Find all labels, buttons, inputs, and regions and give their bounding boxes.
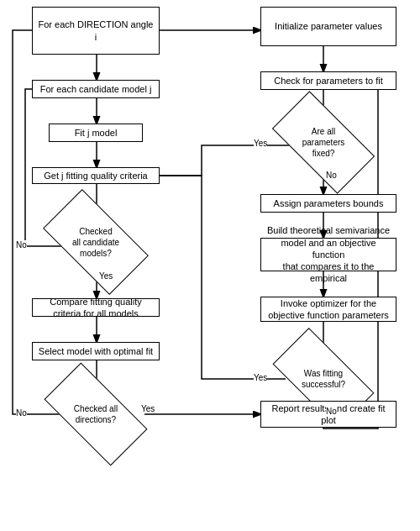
fit-model-box: Fit j model xyxy=(49,124,143,142)
flowchart: For each DIRECTION angle i For each cand… xyxy=(0,0,420,531)
no-label-checked-directions: No xyxy=(16,408,27,418)
was-fitting-diamond: Was fitting successful? xyxy=(277,353,370,404)
invoke-optimizer-box: Invoke optimizer for the objective funct… xyxy=(260,297,396,322)
no-label-are-all-fixed: No xyxy=(326,171,337,180)
direction-angle-box: For each DIRECTION angle i xyxy=(32,7,160,55)
check-params-box: Check for parameters to fit xyxy=(260,71,396,90)
initialize-box: Initialize parameter values xyxy=(260,7,396,46)
yes-label-checked-directions: Yes xyxy=(141,404,155,413)
checked-directions-diamond: Checked all directions? xyxy=(49,388,143,440)
compare-fitting-box: Compare fitting quality criteria for all… xyxy=(32,298,160,317)
select-model-box: Select model with optimal fit xyxy=(32,342,160,360)
assign-bounds-box: Assign parameters bounds xyxy=(260,194,396,213)
no-label-checked-candidate: No xyxy=(16,240,27,250)
no-label-was-fitting: No xyxy=(326,407,337,416)
fitting-quality-box: Get j fitting quality criteria xyxy=(32,167,160,184)
candidate-model-box: For each candidate model j xyxy=(32,80,160,98)
yes-label-was-fitting: Yes xyxy=(254,373,267,382)
yes-label-are-all-fixed: Yes xyxy=(254,139,267,148)
build-theoretical-box: Build theoretical semivariance model and… xyxy=(260,238,396,271)
are-all-fixed-diamond: Are all parameters fixed? xyxy=(277,116,370,169)
yes-label-checked-candidate: Yes xyxy=(99,271,113,281)
checked-candidate-diamond: Checked all candidate models? xyxy=(49,214,143,270)
